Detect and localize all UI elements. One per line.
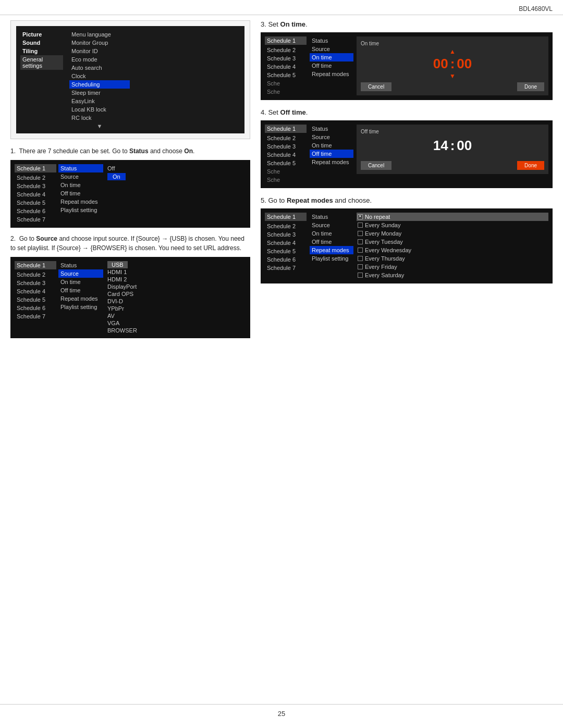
off-time-sep: :: [450, 138, 455, 154]
s3-repeat[interactable]: Repeat modes: [310, 70, 353, 78]
source-ypbpr[interactable]: YPbPr: [105, 305, 246, 312]
source-item[interactable]: Source: [58, 172, 103, 181]
repeat-no-repeat[interactable]: ✕ No repeat: [357, 213, 548, 221]
playlist-item[interactable]: Playlist setting: [58, 206, 103, 214]
menu-item-general[interactable]: General settings: [20, 55, 63, 70]
s2-schedule-7[interactable]: Schedule 7: [15, 312, 56, 320]
s3-sched4[interactable]: Schedule 4: [265, 63, 307, 71]
on-time-cancel-btn[interactable]: Cancel: [361, 82, 391, 91]
s5-source[interactable]: Source: [310, 221, 353, 229]
s5-sched3[interactable]: Schedule 3: [265, 230, 307, 239]
s5-offtime[interactable]: Off time: [310, 238, 353, 246]
s5-sched6[interactable]: Schedule 6: [265, 255, 307, 264]
s4-offtime-active[interactable]: Off time: [310, 150, 353, 158]
menu-item-kb-lock[interactable]: Local KB lock: [69, 105, 130, 114]
s4-source[interactable]: Source: [310, 133, 353, 141]
menu-item-sleep[interactable]: Sleep timer: [69, 89, 130, 97]
source-hdmi1[interactable]: HDMI 1: [105, 268, 246, 276]
s3-offtime[interactable]: Off time: [310, 61, 353, 70]
menu-item-monitor-group[interactable]: Monitor Group: [69, 39, 130, 47]
s4-sched3[interactable]: Schedule 3: [265, 142, 307, 151]
repeat-every-saturday[interactable]: Every Saturday: [357, 271, 548, 279]
s3-sched1-tab[interactable]: Schedule 1: [265, 36, 307, 45]
on-time-item[interactable]: On time: [58, 181, 103, 189]
s2-ontime[interactable]: On time: [58, 278, 103, 286]
on-time-done-btn[interactable]: Done: [517, 82, 544, 91]
s2-source[interactable]: Source: [58, 269, 103, 278]
source-av[interactable]: AV: [105, 312, 246, 319]
menu-item-sound[interactable]: Sound: [20, 39, 63, 47]
menu-item-clock[interactable]: Clock: [69, 72, 130, 80]
status-item[interactable]: Status: [58, 164, 103, 172]
s3-source[interactable]: Source: [310, 45, 353, 53]
source-hdmi2[interactable]: HDMI 2: [105, 276, 246, 283]
s5-ontime[interactable]: On time: [310, 229, 353, 238]
repeat-modes-item[interactable]: Repeat modes: [58, 198, 103, 206]
schedule-5-item[interactable]: Schedule 5: [15, 199, 56, 207]
s3-sched2[interactable]: Schedule 2: [265, 46, 307, 54]
menu-item-scheduling[interactable]: Scheduling: [69, 80, 130, 89]
source-vga[interactable]: VGA: [105, 319, 246, 327]
menu-item-picture[interactable]: Picture: [20, 30, 63, 39]
s5-status[interactable]: Status: [310, 213, 353, 221]
menu-item-language[interactable]: Menu language: [69, 30, 130, 39]
repeat-every-thursday[interactable]: Every Thursday: [357, 254, 548, 263]
menu-item-eco[interactable]: Eco mode: [69, 55, 130, 64]
s3-sched3[interactable]: Schedule 3: [265, 54, 307, 63]
off-time-item[interactable]: Off time: [58, 189, 103, 198]
s5-sched7[interactable]: Schedule 7: [265, 264, 307, 272]
schedule-2-item[interactable]: Schedule 2: [15, 174, 56, 182]
menu-item-monitor-id[interactable]: Monitor ID: [69, 47, 130, 55]
on-option[interactable]: On: [105, 172, 246, 181]
s5-sched1-tab[interactable]: Schedule 1: [265, 213, 307, 221]
schedule-4-item[interactable]: Schedule 4: [15, 190, 56, 199]
s2-status[interactable]: Status: [58, 261, 103, 269]
s2-schedule-1-tab[interactable]: Schedule 1: [15, 261, 56, 269]
schedule-3-item[interactable]: Schedule 3: [15, 182, 56, 190]
repeat-every-sunday[interactable]: Every Sunday: [357, 221, 548, 229]
s5-repeat-active[interactable]: Repeat modes: [310, 246, 353, 254]
s5-sched5[interactable]: Schedule 5: [265, 247, 307, 255]
repeat-every-tuesday[interactable]: Every Tuesday: [357, 238, 548, 246]
s4-status[interactable]: Status: [310, 125, 353, 133]
s3-status[interactable]: Status: [310, 36, 353, 45]
s3-ontime-active[interactable]: On time: [310, 53, 353, 61]
source-dvid[interactable]: DVI-D: [105, 298, 246, 305]
s2-schedule-5[interactable]: Schedule 5: [15, 295, 56, 304]
off-time-done-btn[interactable]: Done: [517, 161, 544, 170]
schedule-7-item[interactable]: Schedule 7: [15, 215, 56, 224]
s4-sched2[interactable]: Schedule 2: [265, 134, 307, 142]
s4-sched4[interactable]: Schedule 4: [265, 151, 307, 159]
repeat-every-wednesday[interactable]: Every Wednesday: [357, 246, 548, 254]
repeat-every-monday[interactable]: Every Monday: [357, 229, 548, 238]
menu-item-tiling[interactable]: Tiling: [20, 47, 63, 55]
source-usb[interactable]: USB: [105, 261, 246, 268]
s4-repeat[interactable]: Repeat modes: [310, 158, 353, 166]
source-displayport[interactable]: DisplayPort: [105, 283, 246, 290]
s4-ontime[interactable]: On time: [310, 141, 353, 150]
off-time-cancel-btn[interactable]: Cancel: [361, 161, 391, 170]
menu-item-rc-lock[interactable]: RC lock: [69, 114, 130, 122]
s2-schedule-4[interactable]: Schedule 4: [15, 287, 56, 295]
s3-sched5[interactable]: Schedule 5: [265, 71, 307, 79]
s4-sched1-tab[interactable]: Schedule 1: [265, 125, 307, 133]
s2-playlist[interactable]: Playlist setting: [58, 303, 103, 311]
repeat-every-friday[interactable]: Every Friday: [357, 263, 548, 271]
s5-sched2[interactable]: Schedule 2: [265, 222, 307, 230]
schedule-1-tab[interactable]: Schedule 1: [15, 164, 56, 172]
up-arrow-icon: ▲: [361, 48, 544, 55]
s2-repeat[interactable]: Repeat modes: [58, 294, 103, 303]
off-option[interactable]: Off: [105, 164, 246, 172]
menu-item-auto-search[interactable]: Auto search: [69, 64, 130, 72]
menu-item-easylink[interactable]: EasyLink: [69, 97, 130, 105]
s5-playlist[interactable]: Playlist setting: [310, 254, 353, 263]
s2-offtime[interactable]: Off time: [58, 286, 103, 294]
s2-schedule-6[interactable]: Schedule 6: [15, 304, 56, 312]
s5-sched4[interactable]: Schedule 4: [265, 239, 307, 247]
s4-sched5[interactable]: Schedule 5: [265, 159, 307, 167]
s2-schedule-2[interactable]: Schedule 2: [15, 270, 56, 279]
source-cardops[interactable]: Card OPS: [105, 290, 246, 298]
s2-schedule-3[interactable]: Schedule 3: [15, 279, 56, 287]
source-browser[interactable]: BROWSER: [105, 327, 246, 334]
schedule-6-item[interactable]: Schedule 6: [15, 207, 56, 215]
